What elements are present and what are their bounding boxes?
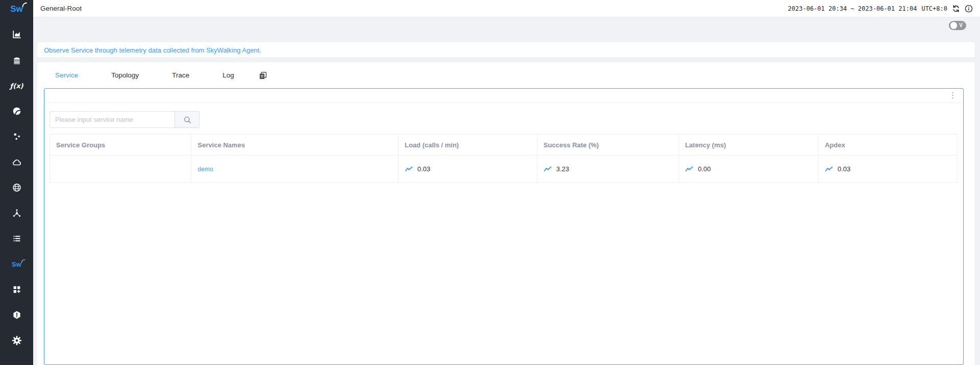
table-row: demo 0.03 3.23 0.00: [50, 155, 958, 183]
service-panel: ⋮ Service Groups: [44, 88, 964, 365]
load-value: 0.03: [418, 165, 430, 173]
success-rate-value: 3.23: [556, 165, 569, 173]
panel-menu-button[interactable]: ⋮: [949, 92, 957, 99]
sidebar-item-scatter[interactable]: [0, 124, 33, 149]
cell-load: 0.03: [398, 155, 537, 183]
trend-line-icon: [405, 166, 413, 172]
info-button[interactable]: [965, 5, 973, 13]
skywalking-app: Sw ƒ(x): [0, 0, 980, 365]
scatter-dots-icon: [12, 132, 22, 142]
trend-line-icon: [685, 166, 693, 172]
search-input[interactable]: [50, 111, 175, 128]
column-latency: Latency (ms): [679, 135, 819, 155]
sidebar-item-cloud[interactable]: [0, 149, 33, 175]
app-logo: Sw: [0, 0, 33, 17]
refresh-button[interactable]: [952, 5, 960, 13]
sidebar-item-function[interactable]: ƒ(x): [0, 73, 33, 98]
cell-latency: 0.00: [679, 155, 819, 183]
trend-line-icon: [544, 166, 552, 172]
sidebar-item-list[interactable]: [0, 226, 33, 251]
globe-icon: [12, 182, 22, 193]
column-service-names: Service Names: [191, 135, 398, 155]
sidebar-item-bar-chart[interactable]: [0, 22, 33, 47]
column-apdex: Apdex: [818, 135, 957, 155]
pie-chart-icon: [12, 106, 22, 116]
main-area: General-Root 2023-06-01 20:34 ~ 2023-06-…: [33, 0, 980, 365]
column-load: Load (calls / min): [398, 135, 537, 155]
tab-service[interactable]: Service: [55, 71, 78, 79]
sidebar-item-skywalking[interactable]: Sw: [0, 251, 33, 277]
topology-icon: [12, 208, 22, 218]
table-header-row: Service Groups Service Names Load (calls…: [50, 135, 958, 155]
trend-line-icon: [825, 166, 833, 172]
page-title: General-Root: [40, 5, 82, 12]
sidebar: Sw ƒ(x): [0, 0, 33, 365]
logo-swoosh-icon: [22, 2, 28, 8]
panel-header: ⋮: [44, 89, 963, 103]
bar-chart-icon: [12, 30, 22, 40]
version-toggle[interactable]: V: [949, 21, 966, 30]
description-banner: Observe Service through telemetry data c…: [37, 42, 975, 58]
toolbar: V: [33, 17, 980, 34]
tab-log[interactable]: Log: [223, 71, 234, 79]
sidebar-item-globe[interactable]: [0, 175, 33, 200]
dashboard-add-icon: [12, 284, 22, 295]
apdex-value: 0.03: [838, 165, 850, 173]
cell-service-name: demo: [191, 155, 398, 183]
logo-text: Sw: [10, 4, 23, 14]
header-controls: 2023-06-01 20:34 ~ 2023-06-01 21:04 UTC+…: [788, 5, 973, 13]
layers-icon: [12, 55, 22, 65]
list-icon: [12, 233, 22, 244]
skywalking-icon: Sw: [12, 260, 21, 268]
cloud-icon: [12, 157, 22, 167]
tab-bar: Service Topology Trace Log: [37, 62, 975, 88]
sidebar-item-pie-chart[interactable]: [0, 98, 33, 124]
column-success-rate: Success Rate (%): [537, 135, 678, 155]
cell-service-group: [50, 155, 191, 183]
sidebar-item-dashboard-add[interactable]: [0, 277, 33, 302]
cell-apdex: 0.03: [818, 155, 957, 183]
search-button[interactable]: [175, 111, 200, 128]
app-header: General-Root 2023-06-01 20:34 ~ 2023-06-…: [33, 0, 980, 17]
function-icon: ƒ(x): [10, 82, 23, 90]
cell-success-rate: 3.23: [537, 155, 678, 183]
settings-icon: [12, 335, 22, 346]
alarm-icon: [12, 310, 22, 320]
service-table: Service Groups Service Names Load (calls…: [50, 134, 958, 183]
banner-text: Observe Service through telemetry data c…: [44, 46, 261, 54]
search-icon: [183, 116, 191, 124]
sidebar-item-topology[interactable]: [0, 200, 33, 226]
search-row: [44, 103, 963, 134]
skywalking-swoosh-icon: [21, 259, 26, 264]
timezone-label: UTC+8:0: [921, 5, 947, 12]
sidebar-nav: ƒ(x) Sw: [0, 17, 33, 353]
sidebar-item-layers[interactable]: [0, 47, 33, 73]
latency-value: 0.00: [698, 165, 710, 173]
info-icon: [965, 5, 973, 13]
toggle-knob: [950, 22, 958, 29]
copy-icon: [258, 71, 267, 80]
toggle-label: V: [959, 22, 963, 28]
sidebar-item-settings[interactable]: [0, 328, 33, 353]
tab-trace[interactable]: Trace: [172, 71, 189, 79]
service-link[interactable]: demo: [198, 166, 213, 173]
time-range-picker[interactable]: 2023-06-01 20:34 ~ 2023-06-01 21:04: [788, 5, 917, 12]
sidebar-item-alarm[interactable]: [0, 302, 33, 328]
tab-topology[interactable]: Topology: [111, 71, 139, 79]
copy-tabs-button[interactable]: [258, 71, 267, 80]
refresh-icon: [952, 5, 960, 13]
content-card: Service Topology Trace Log ⋮: [37, 62, 975, 365]
column-service-groups: Service Groups: [50, 135, 191, 155]
